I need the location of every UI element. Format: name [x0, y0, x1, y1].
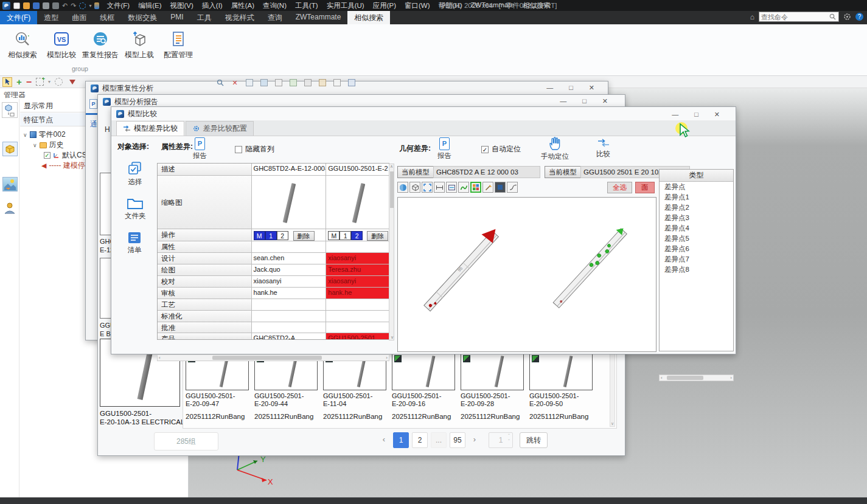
regen-icon[interactable]: [79, 2, 86, 9]
select-dropdown-icon[interactable]: ▾: [48, 79, 50, 85]
menu-view[interactable]: 视图(V): [170, 1, 193, 10]
minimize-icon[interactable]: —: [546, 84, 553, 92]
mini-shade-icon[interactable]: [290, 79, 297, 86]
tab-shape[interactable]: 造型: [37, 11, 65, 24]
minimize-icon[interactable]: —: [560, 97, 566, 105]
diff-point-item[interactable]: 差异点6: [660, 244, 733, 254]
diff-point-item[interactable]: 差异点2: [660, 202, 733, 213]
ribbon-button-model-compare[interactable]: VS 模型比较: [44, 28, 79, 67]
dialog-compare-title-bar[interactable]: 模型比较: [111, 107, 736, 120]
new-file-icon[interactable]: [13, 2, 20, 9]
command-search-input[interactable]: [761, 13, 829, 21]
maximize-icon[interactable]: □: [569, 84, 573, 92]
measure-screen-icon[interactable]: [446, 182, 457, 193]
current-model-button-2[interactable]: 当前模型: [545, 166, 581, 178]
mini-wire-icon[interactable]: [304, 79, 312, 86]
diff-point-item[interactable]: 差异点4: [660, 223, 733, 233]
table-horizontal-scrollbar[interactable]: ‹›: [157, 354, 389, 361]
manual-position-button[interactable]: 手动定位: [541, 136, 569, 161]
curvature-icon[interactable]: [458, 182, 469, 193]
next-page-icon[interactable]: ›: [468, 432, 481, 448]
close-icon[interactable]: ✕: [714, 111, 720, 119]
select-objects-button[interactable]: 选择: [127, 161, 143, 187]
face-filter-button[interactable]: 面: [635, 182, 655, 193]
jump-button[interactable]: 跳转: [520, 432, 548, 448]
window-select-icon[interactable]: +: [36, 78, 44, 86]
mini-axis-icon[interactable]: [333, 79, 341, 86]
auto-position-option[interactable]: ✓ 自动定位: [481, 144, 521, 154]
op-m-button[interactable]: M: [328, 231, 339, 240]
page-ellipsis[interactable]: ...: [431, 432, 447, 448]
print-icon[interactable]: [43, 2, 49, 9]
types-horizontal-scrollbar[interactable]: ‹›: [659, 375, 734, 381]
compare-button[interactable]: 比较: [596, 137, 610, 159]
mini-close-icon[interactable]: ✕: [231, 79, 239, 86]
menu-utilities[interactable]: 实用工具(U): [327, 1, 364, 10]
settings-gear-icon[interactable]: [843, 13, 851, 21]
ribbon-button-similar-search[interactable]: 相似搜索: [5, 28, 40, 67]
mini-plane-icon[interactable]: [348, 79, 355, 86]
csys-checkbox[interactable]: ✓: [44, 152, 50, 159]
help-icon[interactable]: ?: [855, 13, 863, 21]
op-m-button[interactable]: M: [254, 231, 265, 240]
add-selection-icon[interactable]: +: [16, 77, 22, 87]
result-card[interactable]: GGU1500-2501-E-20-09-47 20251112RunBang: [186, 353, 250, 420]
folder-button[interactable]: 文件夹: [125, 196, 146, 221]
dark-display-icon[interactable]: [495, 182, 506, 193]
diff-point-item[interactable]: 差异点3: [660, 213, 733, 223]
menu-inquire[interactable]: 查询(N): [263, 1, 287, 10]
geo-report-button[interactable]: P 报告: [437, 137, 451, 161]
tab-similar-search[interactable]: 相似搜索: [347, 11, 390, 24]
mini-view-icon[interactable]: [260, 79, 268, 86]
table-vertical-scrollbar[interactable]: ∧∨: [389, 164, 394, 340]
close-icon[interactable]: ✕: [602, 97, 608, 105]
paint-brush-icon[interactable]: [482, 182, 493, 193]
tab-file[interactable]: 文件(F): [0, 11, 37, 24]
menu-apps[interactable]: 应用(P): [373, 1, 396, 10]
tab-model-diff-compare[interactable]: 模型差异比较: [116, 121, 184, 136]
tab-wireframe[interactable]: 线框: [93, 11, 121, 24]
tab-inquire[interactable]: 查询: [261, 11, 289, 24]
close-icon[interactable]: ✕: [589, 84, 594, 92]
measure-distance-icon[interactable]: [434, 182, 445, 193]
hide-first-col-option[interactable]: 隐藏首列: [235, 144, 274, 154]
delete-button[interactable]: 删除: [367, 231, 388, 241]
undo-icon[interactable]: ↶: [62, 2, 68, 10]
geo-compare-view[interactable]: 95: [397, 197, 656, 352]
result-card[interactable]: GGU1500-2501-E-20-09-50 20251112RunBang: [529, 353, 594, 420]
menu-window[interactable]: 窗口(W): [405, 1, 430, 10]
op-1-button[interactable]: 1: [265, 231, 277, 240]
menu-tools[interactable]: 工具(T): [295, 1, 318, 10]
tab-pmi[interactable]: PMI: [164, 11, 190, 24]
attr-report-button[interactable]: P 报告: [193, 137, 207, 161]
shaded-sphere-icon[interactable]: [397, 182, 408, 193]
home-icon[interactable]: ⌂: [750, 13, 754, 21]
mini-search-icon[interactable]: [217, 79, 224, 86]
result-card[interactable]: GGU1500-2501-E-20-09-16 20251112RunBang: [392, 353, 456, 420]
flag-icon[interactable]: [94, 2, 99, 9]
ribbon-button-config-manage[interactable]: 配置管理: [161, 28, 196, 67]
tab-tools[interactable]: 工具: [190, 11, 218, 24]
user-manager-icon[interactable]: [3, 201, 18, 216]
side-tab-label[interactable]: 通: [90, 119, 97, 129]
search-icon[interactable]: [829, 13, 836, 20]
lasso-select-icon[interactable]: [55, 78, 63, 86]
expand-caret-icon[interactable]: ∨: [33, 142, 37, 148]
visual-manager-icon[interactable]: [2, 177, 18, 192]
tab-surface[interactable]: 曲面: [65, 11, 93, 24]
minimize-icon[interactable]: —: [672, 111, 678, 119]
page-button-95[interactable]: 95: [450, 432, 465, 448]
diff-point-item[interactable]: 差异点7: [660, 254, 733, 264]
solid-manager-icon[interactable]: [2, 142, 18, 156]
select-all-button[interactable]: 全选: [607, 182, 632, 193]
page-button-2[interactable]: 2: [412, 432, 428, 448]
op-1-button[interactable]: 1: [339, 231, 351, 240]
menu-insert[interactable]: 插入(I): [202, 1, 223, 10]
tab-zwteammate[interactable]: ZWTeammate: [289, 11, 348, 24]
redo-icon[interactable]: ↷: [71, 2, 76, 10]
result-card[interactable]: GGU1500-2501-E-11-04 20251112RunBang: [323, 353, 388, 420]
history-manager-icon[interactable]: [2, 102, 18, 118]
auto-position-checkbox[interactable]: ✓: [481, 146, 489, 153]
filter-icon[interactable]: [69, 80, 75, 85]
mini-grid-icon[interactable]: [246, 79, 253, 86]
